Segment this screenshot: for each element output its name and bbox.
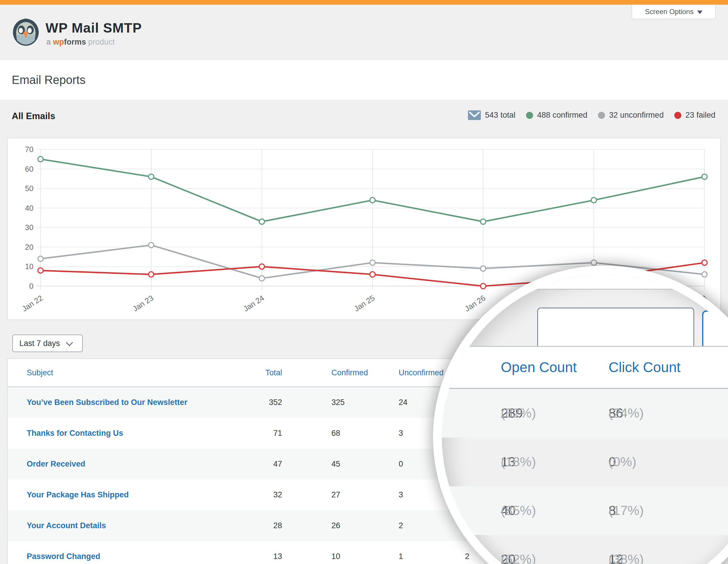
section-title: All Emails [12, 111, 55, 122]
email-reports-page: WP Mail SMTP a wpforms product Screen Op… [0, 0, 728, 564]
column-header-subject[interactable]: Subject [27, 359, 53, 386]
total-value: 352 [231, 387, 282, 418]
chevron-down-icon [66, 339, 73, 346]
column-header-click-count[interactable]: Click Count [609, 347, 680, 388]
magnified-row: 20(62%) 12(38%) [442, 535, 728, 564]
total-value: 47 [231, 449, 282, 479]
envelope-icon [468, 110, 481, 120]
unconfirmed-value: 1 [399, 541, 403, 564]
open-count-pct: (62%) [501, 535, 536, 564]
page-title: Email Reports [12, 60, 85, 100]
brand-sub-product: product [88, 38, 115, 46]
brand-title: WP Mail SMTP [45, 20, 142, 36]
brand-sub-wp: wp [53, 38, 64, 46]
unconfirmed-value: 2 [399, 510, 403, 541]
confirmed-value: 26 [331, 510, 340, 541]
magnified-row: 40(85%) 8(17%) [442, 486, 728, 535]
unconfirmed-dot-icon [598, 112, 605, 119]
date-range-value: Last 7 days [19, 339, 60, 348]
brand-subtitle: a wpforms product [46, 38, 115, 47]
svg-text:40: 40 [25, 204, 33, 213]
subject-link[interactable]: Thanks for Contacting Us [27, 418, 123, 449]
svg-text:0: 0 [29, 282, 33, 290]
brand-sub-forms: forms [64, 38, 86, 46]
accent-top-bar [0, 0, 728, 5]
svg-text:Jan 26: Jan 26 [463, 293, 487, 313]
click-count-pct: (38%) [609, 535, 644, 564]
subject-link[interactable]: Your Package Has Shipped [27, 479, 129, 510]
legend-label-total: 543 total [485, 111, 515, 120]
svg-text:50: 50 [25, 184, 33, 193]
date-range-select[interactable]: Last 7 days [12, 334, 83, 352]
unconfirmed-value: 24 [399, 387, 407, 418]
confirmed-value: 68 [331, 418, 340, 449]
legend-label-failed: 23 failed [685, 111, 715, 120]
svg-text:60: 60 [25, 165, 33, 174]
svg-text:70: 70 [25, 145, 33, 154]
column-header-confirmed[interactable]: Confirmed [331, 359, 368, 386]
legend-item-unconfirmed: 32 unconfirmed [598, 111, 664, 120]
confirmed-value: 27 [331, 479, 340, 510]
magnified-table: Open Count Click Count 289(82%) 86(24%) … [442, 346, 728, 564]
open-count-pct: (82%) [501, 389, 536, 437]
screen-options-button[interactable]: Screen Options [632, 5, 716, 19]
chevron-down-icon [697, 11, 702, 14]
wp-mail-smtp-logo-icon [12, 17, 40, 46]
confirmed-value: 45 [331, 449, 340, 479]
svg-text:30: 30 [25, 223, 33, 232]
magnified-row: 289(82%) 86(24%) [442, 389, 728, 437]
svg-text:10: 10 [25, 262, 33, 271]
legend-label-confirmed: 488 confirmed [537, 111, 587, 120]
magnified-row: 13(18%) 0(0%) [442, 437, 728, 486]
click-count-pct: (0%) [609, 437, 636, 486]
subject-link[interactable]: You’ve Been Subscribed to Our Newsletter [27, 387, 187, 418]
total-value: 32 [231, 479, 282, 510]
screen-options-label: Screen Options [645, 8, 693, 16]
svg-text:20: 20 [25, 243, 33, 252]
svg-text:Jan 23: Jan 23 [131, 293, 155, 313]
svg-text:Jan 24: Jan 24 [242, 293, 266, 313]
legend-item-confirmed: 488 confirmed [526, 111, 587, 120]
open-count-pct: (85%) [501, 486, 536, 535]
subject-link[interactable]: Your Account Details [27, 510, 106, 541]
total-value: 28 [231, 510, 282, 541]
magnified-header-row: Open Count Click Count [442, 346, 728, 389]
column-header-open-count[interactable]: Open Count [501, 347, 577, 388]
brand-sub-a: a [46, 38, 51, 46]
legend-label-unconfirmed: 32 unconfirmed [609, 111, 664, 120]
column-header-unconfirmed[interactable]: Unconfirmed [399, 359, 444, 386]
legend-item-total: 543 total [468, 110, 515, 120]
column-header-total[interactable]: Total [231, 359, 282, 386]
subject-link[interactable]: Order Received [27, 449, 85, 479]
title-band: Email Reports [0, 60, 728, 100]
total-value: 13 [231, 541, 282, 564]
confirmed-dot-icon [526, 112, 533, 119]
subject-link[interactable]: Password Changed [27, 541, 100, 564]
chart-legend: 543 total 488 confirmed 32 unconfirmed 2… [468, 110, 715, 120]
failed-dot-icon [674, 112, 681, 119]
open-count-pct: (18%) [501, 437, 536, 486]
unconfirmed-value: 0 [399, 449, 403, 479]
svg-text:Jan 22: Jan 22 [20, 293, 44, 313]
click-count-pct: (24%) [609, 389, 644, 437]
click-count-pct: (17%) [609, 486, 644, 535]
app-header: WP Mail SMTP a wpforms product [0, 5, 728, 60]
total-value: 71 [231, 418, 282, 449]
confirmed-value: 10 [331, 541, 340, 564]
confirmed-value: 325 [331, 387, 345, 418]
svg-text:Jan 25: Jan 25 [352, 293, 376, 313]
unconfirmed-value: 3 [399, 418, 403, 449]
legend-item-failed: 23 failed [674, 111, 715, 120]
unconfirmed-value: 3 [399, 479, 403, 510]
failed-value: 2 [465, 541, 469, 564]
